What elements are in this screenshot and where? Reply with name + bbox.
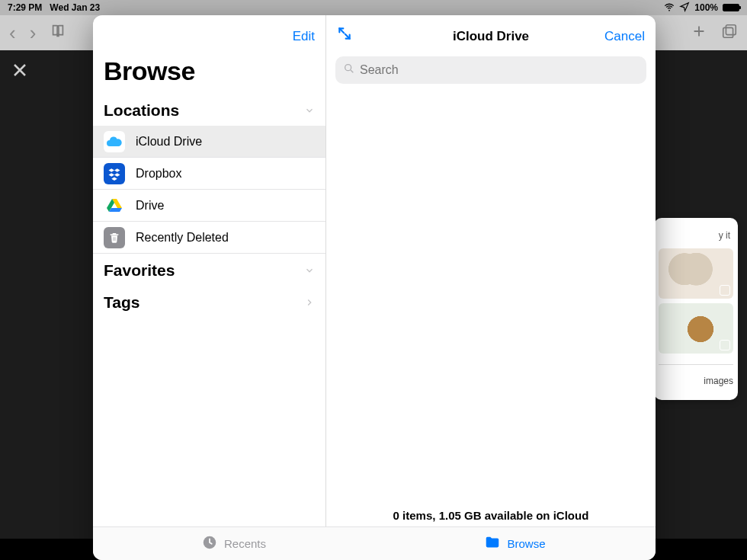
chevron-down-icon — [304, 101, 315, 120]
locations-title: Locations — [104, 101, 179, 120]
search-field[interactable] — [335, 56, 646, 84]
favorites-header[interactable]: Favorites — [93, 254, 325, 286]
browse-title: Browse — [93, 46, 325, 94]
location-label: iCloud Drive — [136, 135, 202, 149]
background-thumb-dog[interactable] — [659, 248, 733, 299]
background-card: y it images — [654, 218, 738, 400]
tab-label: Recents — [224, 537, 266, 550]
file-list-empty — [326, 84, 656, 503]
content-pane: iCloud Drive Cancel 0 items, 1.05 GB ava… — [326, 15, 656, 560]
location-icloud-drive[interactable]: iCloud Drive — [93, 126, 325, 158]
scan-icon — [720, 340, 730, 350]
folder-icon — [484, 534, 501, 553]
battery-icon — [723, 4, 739, 11]
clock-icon — [201, 534, 218, 553]
icloud-icon — [104, 131, 125, 152]
location-label: Drive — [136, 199, 164, 213]
trash-icon — [104, 227, 125, 248]
close-button[interactable] — [11, 61, 29, 82]
search-input[interactable] — [360, 63, 639, 77]
expand-button[interactable] — [337, 26, 352, 44]
back-button[interactable]: ‹ — [9, 21, 16, 45]
favorites-title: Favorites — [104, 261, 175, 280]
dropbox-icon — [104, 163, 125, 184]
location-label: Dropbox — [136, 167, 181, 181]
background-card-footer: images — [659, 364, 733, 386]
location-icon — [679, 2, 690, 14]
scan-icon — [720, 285, 730, 296]
svg-rect-1 — [723, 27, 733, 37]
battery-percent: 100% — [694, 2, 718, 13]
tags-title: Tags — [104, 293, 139, 312]
edit-button[interactable]: Edit — [293, 29, 315, 44]
location-recently-deleted[interactable]: Recently Deleted — [93, 222, 325, 254]
background-thumb-cat[interactable] — [659, 303, 733, 354]
status-time: 7:29 PM — [8, 2, 42, 13]
tabs-button[interactable] — [721, 23, 738, 43]
svg-marker-4 — [109, 208, 122, 212]
location-gdrive[interactable]: Drive — [93, 190, 325, 222]
wifi-icon — [664, 2, 675, 14]
bottom-tab-bar: Recents Browse — [93, 526, 656, 560]
location-dropbox[interactable]: Dropbox — [93, 158, 325, 190]
gdrive-icon — [104, 195, 125, 216]
status-date: Wed Jan 23 — [50, 2, 100, 13]
locations-list: iCloud Drive Dropbox Drive Recently Dele… — [93, 126, 325, 254]
storage-status: 0 items, 1.05 GB available on iCloud — [326, 503, 656, 526]
svg-point-5 — [345, 65, 351, 71]
cancel-button[interactable]: Cancel — [604, 29, 645, 44]
status-bar: 7:29 PM Wed Jan 23 100% — [0, 0, 747, 15]
search-icon — [343, 62, 355, 78]
chevron-right-icon — [304, 293, 315, 312]
file-picker-sheet: Edit Browse Locations iCloud Drive Dropb… — [93, 15, 656, 560]
locations-header[interactable]: Locations — [93, 94, 325, 126]
forward-button[interactable]: › — [30, 21, 37, 45]
sidebar: Edit Browse Locations iCloud Drive Dropb… — [93, 15, 326, 560]
book-icon[interactable] — [50, 23, 66, 43]
svg-rect-0 — [726, 25, 736, 35]
tab-recents[interactable]: Recents — [93, 527, 374, 560]
new-tab-button[interactable] — [691, 23, 707, 43]
location-label: Recently Deleted — [136, 231, 229, 245]
tab-browse[interactable]: Browse — [374, 527, 656, 560]
tab-label: Browse — [507, 537, 545, 550]
chevron-down-icon — [304, 261, 315, 280]
tags-header[interactable]: Tags — [93, 286, 325, 318]
background-card-hint: y it — [662, 230, 730, 241]
